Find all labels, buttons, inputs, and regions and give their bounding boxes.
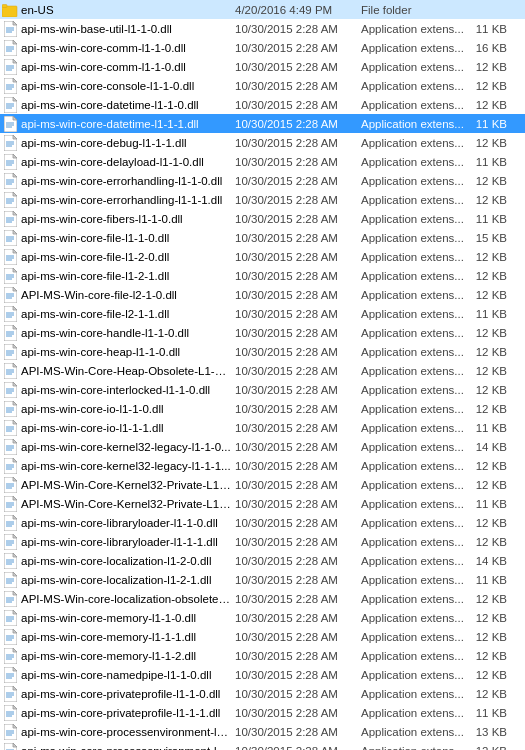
svg-marker-49: [13, 192, 17, 196]
list-item[interactable]: api-ms-win-core-heap-l1-1-0.dll10/30/201…: [0, 342, 525, 361]
file-type: Application extens...: [361, 270, 471, 282]
list-item[interactable]: api-ms-win-core-libraryloader-l1-1-0.dll…: [0, 513, 525, 532]
file-name: api-ms-win-core-errorhandling-l1-1-0.dll: [21, 175, 231, 187]
file-date: 10/30/2015 2:28 AM: [231, 707, 361, 719]
list-item[interactable]: api-ms-win-core-file-l1-2-1.dll10/30/201…: [0, 266, 525, 285]
list-item[interactable]: api-ms-win-core-memory-l1-1-0.dll10/30/2…: [0, 608, 525, 627]
list-item[interactable]: api-ms-win-core-privateprofile-l1-1-1.dl…: [0, 703, 525, 722]
file-name: api-ms-win-core-memory-l1-1-2.dll: [21, 650, 231, 662]
list-item[interactable]: api-ms-win-core-comm-l1-1-0.dll10/30/201…: [0, 38, 525, 57]
file-name: api-ms-win-core-processenvironment-l1...: [21, 745, 231, 751]
file-name: api-ms-win-core-heap-l1-1-0.dll: [21, 346, 231, 358]
list-item[interactable]: en-US4/20/2016 4:49 PMFile folder: [0, 0, 525, 19]
file-size: 12 KB: [471, 346, 511, 358]
list-item[interactable]: api-ms-win-core-console-l1-1-0.dll10/30/…: [0, 76, 525, 95]
svg-marker-149: [13, 572, 17, 576]
svg-marker-39: [13, 154, 17, 158]
dll-file-icon: [2, 192, 18, 208]
list-item[interactable]: API-MS-Win-core-localization-obsolete-l.…: [0, 589, 525, 608]
dll-file-icon: [2, 306, 18, 322]
list-item[interactable]: api-ms-win-core-localization-l1-2-0.dll1…: [0, 551, 525, 570]
list-item[interactable]: api-ms-win-core-file-l1-2-0.dll10/30/201…: [0, 247, 525, 266]
list-item[interactable]: api-ms-win-core-errorhandling-l1-1-1.dll…: [0, 190, 525, 209]
list-item[interactable]: api-ms-win-core-file-l2-1-1.dll10/30/201…: [0, 304, 525, 323]
file-type: Application extens...: [361, 612, 471, 624]
file-size: 12 KB: [471, 403, 511, 415]
svg-marker-134: [13, 515, 17, 519]
svg-marker-69: [13, 268, 17, 272]
file-name: api-ms-win-core-kernel32-legacy-l1-1-1..…: [21, 460, 231, 472]
list-item[interactable]: api-ms-win-core-fibers-l1-1-0.dll10/30/2…: [0, 209, 525, 228]
list-item[interactable]: api-ms-win-core-kernel32-legacy-l1-1-1..…: [0, 456, 525, 475]
file-type: Application extens...: [361, 460, 471, 472]
list-item[interactable]: api-ms-win-core-processenvironment-l1...…: [0, 741, 525, 750]
list-item[interactable]: api-ms-win-core-datetime-l1-1-1.dll10/30…: [0, 114, 525, 133]
svg-marker-164: [13, 629, 17, 633]
dll-file-icon: [2, 648, 18, 664]
dll-file-icon: [2, 363, 18, 379]
file-type: Application extens...: [361, 669, 471, 681]
file-type: Application extens...: [361, 213, 471, 225]
list-item[interactable]: api-ms-win-core-io-l1-1-0.dll10/30/2015 …: [0, 399, 525, 418]
list-item[interactable]: api-ms-win-core-comm-l1-1-0.dll10/30/201…: [0, 57, 525, 76]
file-name: API-MS-Win-core-localization-obsolete-l.…: [21, 593, 231, 605]
dll-file-icon: [2, 667, 18, 683]
file-date: 10/30/2015 2:28 AM: [231, 99, 361, 111]
list-item[interactable]: api-ms-win-core-datetime-l1-1-0.dll10/30…: [0, 95, 525, 114]
svg-marker-174: [13, 667, 17, 671]
list-item[interactable]: api-ms-win-core-delayload-l1-1-0.dll10/3…: [0, 152, 525, 171]
list-item[interactable]: API-MS-Win-Core-Heap-Obsolete-L1-1-...10…: [0, 361, 525, 380]
file-type: Application extens...: [361, 194, 471, 206]
list-item[interactable]: api-ms-win-core-debug-l1-1-1.dll10/30/20…: [0, 133, 525, 152]
list-item[interactable]: api-ms-win-core-localization-l1-2-1.dll1…: [0, 570, 525, 589]
list-item[interactable]: API-MS-Win-Core-Kernel32-Private-L1-1...…: [0, 494, 525, 513]
dll-file-icon: [2, 382, 18, 398]
dll-file-icon: [2, 287, 18, 303]
file-date: 10/30/2015 2:28 AM: [231, 669, 361, 681]
file-type: Application extens...: [361, 23, 471, 35]
file-size: 12 KB: [471, 536, 511, 548]
file-size: 11 KB: [471, 574, 511, 586]
file-name: api-ms-win-core-memory-l1-1-1.dll: [21, 631, 231, 643]
file-name: api-ms-win-core-delayload-l1-1-0.dll: [21, 156, 231, 168]
svg-marker-144: [13, 553, 17, 557]
svg-marker-99: [13, 382, 17, 386]
list-item[interactable]: api-ms-win-core-io-l1-1-1.dll10/30/2015 …: [0, 418, 525, 437]
list-item[interactable]: api-ms-win-core-privateprofile-l1-1-0.dl…: [0, 684, 525, 703]
file-size: 12 KB: [471, 460, 511, 472]
file-date: 10/30/2015 2:28 AM: [231, 137, 361, 149]
list-item[interactable]: API-MS-Win-Core-Kernel32-Private-L1-1...…: [0, 475, 525, 494]
list-item[interactable]: api-ms-win-core-interlocked-l1-1-0.dll10…: [0, 380, 525, 399]
list-item[interactable]: api-ms-win-core-libraryloader-l1-1-1.dll…: [0, 532, 525, 551]
file-size: 12 KB: [471, 688, 511, 700]
file-date: 10/30/2015 2:28 AM: [231, 593, 361, 605]
svg-marker-59: [13, 230, 17, 234]
dll-file-icon: [2, 496, 18, 512]
list-item[interactable]: api-ms-win-core-namedpipe-l1-1-0.dll10/3…: [0, 665, 525, 684]
file-size: 14 KB: [471, 441, 511, 453]
file-date: 10/30/2015 2:28 AM: [231, 251, 361, 263]
list-item[interactable]: api-ms-win-core-kernel32-legacy-l1-1-0..…: [0, 437, 525, 456]
list-item[interactable]: api-ms-win-core-file-l1-1-0.dll10/30/201…: [0, 228, 525, 247]
file-name: API-MS-Win-Core-Kernel32-Private-L1-1...: [21, 498, 231, 510]
list-item[interactable]: api-ms-win-core-errorhandling-l1-1-0.dll…: [0, 171, 525, 190]
list-item[interactable]: api-ms-win-core-processenvironment-l1...…: [0, 722, 525, 741]
svg-marker-109: [13, 420, 17, 424]
list-item[interactable]: api-ms-win-base-util-l1-1-0.dll10/30/201…: [0, 19, 525, 38]
list-item[interactable]: api-ms-win-core-memory-l1-1-2.dll10/30/2…: [0, 646, 525, 665]
file-name: api-ms-win-core-debug-l1-1-1.dll: [21, 137, 231, 149]
list-item[interactable]: API-MS-Win-core-file-l2-1-0.dll10/30/201…: [0, 285, 525, 304]
dll-file-icon: [2, 78, 18, 94]
file-name: api-ms-win-core-kernel32-legacy-l1-1-0..…: [21, 441, 231, 453]
dll-file-icon: [2, 97, 18, 113]
file-name: api-ms-win-core-console-l1-1-0.dll: [21, 80, 231, 92]
list-item[interactable]: api-ms-win-core-memory-l1-1-1.dll10/30/2…: [0, 627, 525, 646]
file-size: 12 KB: [471, 517, 511, 529]
file-date: 10/30/2015 2:28 AM: [231, 289, 361, 301]
list-item[interactable]: api-ms-win-core-handle-l1-1-0.dll10/30/2…: [0, 323, 525, 342]
file-name: API-MS-Win-Core-Heap-Obsolete-L1-1-...: [21, 365, 231, 377]
file-date: 10/30/2015 2:28 AM: [231, 194, 361, 206]
file-size: 12 KB: [471, 612, 511, 624]
file-size: 12 KB: [471, 175, 511, 187]
file-name: api-ms-win-core-errorhandling-l1-1-1.dll: [21, 194, 231, 206]
